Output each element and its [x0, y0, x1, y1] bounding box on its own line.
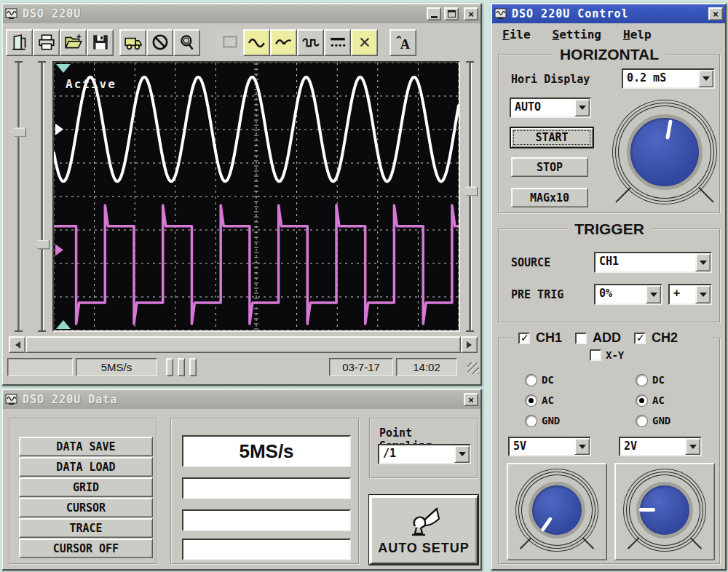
exit-button[interactable]	[6, 29, 33, 56]
trigger-level-thumb[interactable]	[462, 186, 478, 196]
trigger-heading: TRIGGER	[567, 221, 652, 238]
frame-display-button[interactable]	[216, 29, 243, 56]
trigger-group: TRIGGER SOURCE CH1 PRE TRIG 0% +	[498, 229, 721, 323]
horizontal-scrollbar[interactable]	[9, 336, 478, 353]
main-titlebar[interactable]: DSO 220U ×	[3, 4, 480, 23]
control-titlebar[interactable]: DSO 220U Control ×	[492, 4, 725, 23]
x-icon	[355, 33, 374, 52]
trigger-source-combo[interactable]: CH1	[594, 252, 712, 273]
mag-x10-button[interactable]: MAGx10	[511, 188, 588, 207]
ch2-dc-radio[interactable]	[636, 375, 647, 386]
horizontal-knob[interactable]	[619, 106, 711, 198]
pretrig-value: 0%	[596, 285, 646, 303]
combo-dropdown-button[interactable]	[685, 438, 700, 455]
menu-setting[interactable]: Setting	[553, 28, 601, 41]
add-checkbox[interactable]	[575, 333, 587, 344]
knob-pointer	[541, 517, 553, 532]
pretrig-combo[interactable]: 0%	[594, 284, 662, 305]
sine-interpolation-button[interactable]	[243, 29, 270, 56]
stop-button[interactable]: STOP	[511, 157, 588, 177]
main-window-title: DSO 220U	[23, 7, 81, 20]
save-file-button[interactable]	[87, 29, 114, 56]
step-display-button[interactable]	[297, 29, 324, 56]
close-button[interactable]: ×	[708, 7, 723, 20]
scroll-right-button[interactable]	[461, 336, 478, 353]
data-load-button[interactable]: DATA LOAD	[19, 457, 153, 477]
minimize-button[interactable]	[427, 7, 441, 20]
combo-dropdown-button[interactable]	[454, 445, 470, 463]
data-window-title: DSO 220U Data	[23, 393, 117, 406]
ch2-position-thumb[interactable]	[33, 240, 50, 250]
arrow-right-icon	[467, 341, 475, 349]
clear-button[interactable]	[351, 29, 378, 56]
menu-help[interactable]: Help	[623, 28, 652, 41]
ch1-position-thumb[interactable]	[10, 127, 26, 137]
combo-dropdown-button[interactable]	[574, 99, 590, 116]
point-sample-value: /1	[379, 445, 454, 463]
ch1-checkbox[interactable]	[518, 333, 530, 344]
acquire-stop-button[interactable]	[146, 29, 173, 56]
combo-dropdown-button[interactable]	[646, 285, 661, 303]
ch1-volts-combo[interactable]: 5V	[508, 437, 591, 456]
xy-checkbox[interactable]	[590, 349, 601, 361]
combo-dropdown-button[interactable]	[695, 253, 711, 271]
dotted-line-icon	[328, 33, 347, 52]
ch1-volts-knob[interactable]	[522, 475, 592, 545]
ch1-gnd-label: GND	[542, 415, 560, 426]
trace-button[interactable]: TRACE	[19, 518, 153, 538]
mode-combo[interactable]: AUTO	[510, 98, 591, 118]
pretrig-label: PRE TRIG	[511, 288, 563, 301]
scroll-thumb[interactable]	[25, 336, 461, 353]
ch2-position-slider[interactable]	[32, 63, 51, 330]
dotted-line-display-button[interactable]	[324, 29, 351, 56]
text-annotation-button[interactable]: A	[389, 29, 416, 56]
data-readout-panel: 5MS/s	[170, 418, 360, 565]
chevron-down-icon	[579, 106, 586, 114]
ch2-ac-radio[interactable]	[636, 395, 647, 406]
trigger-slope-combo[interactable]: +	[668, 284, 712, 305]
combo-dropdown-button[interactable]	[574, 438, 590, 455]
menu-file[interactable]: File	[502, 28, 531, 41]
print-button[interactable]	[33, 29, 60, 56]
ch2-checkbox[interactable]	[634, 333, 646, 344]
data-save-button[interactable]: DATA SAVE	[19, 437, 153, 456]
sine-wave-icon	[248, 33, 266, 52]
ch1-ac-radio[interactable]	[526, 395, 537, 406]
ch2-dc-label: DC	[652, 374, 665, 386]
resize-grip[interactable]	[467, 362, 479, 374]
app-icon	[494, 7, 509, 20]
open-file-button[interactable]	[60, 29, 87, 56]
ch2-volts-knob[interactable]	[630, 475, 700, 545]
print-icon	[37, 33, 56, 52]
ch2-volts-combo[interactable]: 2V	[619, 437, 702, 456]
acquire-run-button[interactable]	[119, 29, 146, 56]
ch1-gnd-radio[interactable]	[526, 416, 537, 426]
ch1-dc-radio[interactable]	[526, 375, 537, 386]
timebase-combo[interactable]: 0.2 mS	[622, 68, 715, 89]
close-button[interactable]: ×	[464, 393, 478, 406]
grid-button[interactable]: GRID	[19, 477, 153, 497]
data-titlebar[interactable]: DSO 220U Data ×	[3, 390, 480, 409]
ch1-position-slider[interactable]	[9, 63, 28, 330]
trigger-level-slider[interactable]	[460, 63, 479, 330]
readout-box-4	[182, 539, 351, 560]
ch2-volts-value: 2V	[620, 438, 685, 455]
cursor-off-button[interactable]: CURSOR OFF	[19, 539, 153, 558]
data-window: DSO 220U Data × DATA SAVE DATA LOAD GRID…	[1, 389, 482, 571]
scroll-left-button[interactable]	[9, 336, 25, 353]
maximize-button[interactable]	[444, 7, 459, 20]
horizontal-heading: HORIZONTAL	[553, 46, 666, 63]
combo-dropdown-button[interactable]	[698, 70, 713, 87]
chevron-down-icon	[703, 76, 710, 84]
dot-interpolation-button[interactable]	[270, 29, 297, 56]
ch1-dc-label: DC	[542, 374, 554, 386]
auto-setup-button[interactable]: AUTO SETUP	[369, 495, 478, 565]
cursor-button[interactable]: CURSOR	[19, 498, 153, 517]
point-sample-combo[interactable]: /1	[378, 444, 471, 464]
knob-pointer	[639, 509, 654, 512]
combo-dropdown-button[interactable]	[695, 285, 711, 303]
start-button[interactable]: START	[510, 127, 594, 148]
close-button[interactable]: ×	[464, 7, 478, 20]
ch2-gnd-radio[interactable]	[636, 416, 647, 426]
zoom-button[interactable]	[173, 29, 200, 56]
